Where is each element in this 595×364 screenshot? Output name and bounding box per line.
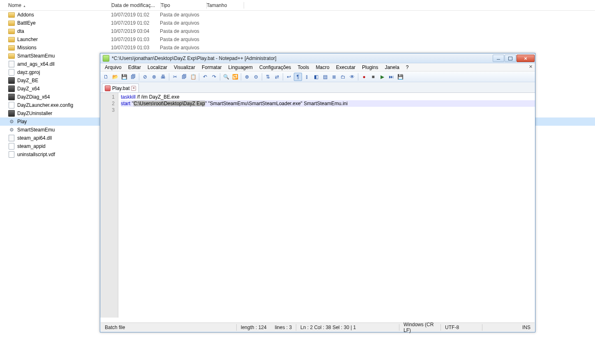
menu-plugins[interactable]: Plugins <box>359 64 381 71</box>
app-icon <box>103 55 109 62</box>
file-row[interactable]: Addons10/07/2019 01:02Pasta de arquivos <box>0 11 595 19</box>
print-button[interactable]: 🖶 <box>159 73 167 81</box>
file-type: Pasta de arquivos <box>160 45 205 51</box>
indent-guide-button[interactable]: ⫿ <box>303 73 311 81</box>
code-area[interactable]: taskkill /f /im DayZ_BE.exe start "C:\Us… <box>118 93 535 318</box>
folder-icon <box>8 28 15 35</box>
close-file-button[interactable]: ⊘ <box>141 73 149 81</box>
file-type: Pasta de arquivos <box>160 37 205 42</box>
document-tabs: Play.bat ✕ <box>100 82 535 93</box>
redo-button[interactable]: ↷ <box>210 73 218 81</box>
title-bar[interactable]: *C:\Users\jonathan\Desktop\DayZ Exp\Play… <box>100 53 535 63</box>
file-row[interactable]: BattlEye10/07/2019 01:02Pasta de arquivo… <box>0 19 595 27</box>
file-row[interactable]: Launcher10/07/2019 01:03Pasta de arquivo… <box>0 35 595 44</box>
close-button[interactable] <box>517 55 535 62</box>
file-date: 10/07/2019 01:02 <box>111 20 160 26</box>
menu-arquivo[interactable]: Arquivo <box>101 64 125 71</box>
toolbar-separator <box>139 73 139 81</box>
show-all-button[interactable]: ¶ <box>294 73 302 81</box>
folder-icon <box>8 36 15 43</box>
minimize-button[interactable] <box>493 55 504 62</box>
file-date: 10/07/2019 01:03 <box>111 37 160 42</box>
file-name: steam_appid <box>17 143 46 149</box>
folder-workspace-button[interactable]: 🗀 <box>339 73 347 81</box>
macro-play-button[interactable]: ▶ <box>378 73 386 81</box>
sort-asc-icon: ▲ <box>23 5 26 7</box>
file-name: DayZLauncher.exe.config <box>17 102 73 108</box>
macro-record-button[interactable]: ● <box>360 73 368 81</box>
menu-[interactable]: ? <box>403 64 412 71</box>
explorer-column-headers: Nome▲ Data de modificaç... Tipo Tamanho <box>0 0 595 11</box>
close-all-button[interactable]: ⊗ <box>150 73 158 81</box>
undo-button[interactable]: ↶ <box>201 73 209 81</box>
menu-formatar[interactable]: Formatar <box>198 64 225 71</box>
line-gutter: 1 2 3 <box>100 93 118 318</box>
file-name: Addons <box>17 12 34 18</box>
menu-configuraes[interactable]: Configurações <box>256 64 294 71</box>
maximize-button[interactable] <box>505 55 516 62</box>
line-number: 3 <box>100 107 118 113</box>
selection: C:\Users\root\Desktop\DayZ Exp <box>134 101 205 106</box>
macro-stop-button[interactable]: ■ <box>369 73 377 81</box>
new-file-button[interactable]: 🗋 <box>102 73 110 81</box>
menu-executar[interactable]: Executar <box>333 64 359 71</box>
folder-icon <box>8 53 15 59</box>
func-list-button[interactable]: ≣ <box>330 73 338 81</box>
file-name: BattlEye <box>17 20 36 26</box>
toolbar-separator <box>220 73 220 81</box>
dll-icon <box>8 61 15 67</box>
status-length: length : 124 <box>237 325 271 330</box>
file-name: SmartSteamEmu <box>17 53 55 59</box>
exe-icon <box>8 94 15 100</box>
save-button[interactable]: 💾 <box>120 73 128 81</box>
code-line[interactable]: taskkill /f /im DayZ_BE.exe <box>121 94 535 100</box>
code-line[interactable] <box>121 107 535 113</box>
tab-close-icon[interactable]: ✕ <box>131 86 136 91</box>
status-bar: Batch file length : 124 lines : 3 Ln : 2… <box>101 323 535 332</box>
status-eol: Windows (CR LF) <box>399 322 440 333</box>
file-row[interactable]: dta10/07/2019 03:04Pasta de arquivos <box>0 27 595 35</box>
paste-button[interactable]: 📋 <box>189 73 197 81</box>
menu-localizar[interactable]: Localizar <box>144 64 171 71</box>
column-header-size[interactable]: Tamanho <box>207 2 244 8</box>
column-header-date[interactable]: Data de modificaç... <box>111 2 160 8</box>
status-lines: lines : 3 <box>271 325 296 330</box>
zoom-in-button[interactable]: ⊕ <box>243 73 251 81</box>
user-lang-button[interactable]: ◧ <box>312 73 320 81</box>
menu-macro[interactable]: Macro <box>312 64 332 71</box>
menu-linguagem[interactable]: Linguagem <box>225 64 256 71</box>
sync-h-button[interactable]: ⇄ <box>273 73 281 81</box>
sync-v-button[interactable]: ⇅ <box>264 73 272 81</box>
save-all-button[interactable]: 🗐 <box>129 73 137 81</box>
monitoring-button[interactable]: 👁 <box>348 73 356 81</box>
find-button[interactable]: 🔍 <box>222 73 230 81</box>
doc-map-button[interactable]: ▤ <box>321 73 329 81</box>
replace-button[interactable]: 🔁 <box>231 73 239 81</box>
menu-editar[interactable]: Editar <box>125 64 144 71</box>
macro-multi-button[interactable]: ⏭ <box>387 73 395 81</box>
column-divider[interactable] <box>244 2 244 9</box>
menu-janela[interactable]: Janela <box>381 64 402 71</box>
file-name: Missions <box>17 45 37 51</box>
menu-tools[interactable]: Tools <box>294 64 312 71</box>
file-name: DayZ_BE <box>17 78 38 83</box>
menu-close-icon[interactable]: ✕ <box>529 64 533 69</box>
zoom-out-button[interactable]: ⊖ <box>252 73 260 81</box>
menu-visualizar[interactable]: Visualizar <box>171 64 198 71</box>
code-line[interactable]: start "C:\Users\root\Desktop\DayZ Exp" "… <box>121 100 535 107</box>
toolbar-separator <box>262 73 262 81</box>
column-header-name[interactable]: Nome▲ <box>0 2 111 8</box>
copy-button[interactable]: 🗐 <box>180 73 188 81</box>
file-row[interactable]: Missions10/07/2019 01:03Pasta de arquivo… <box>0 44 595 52</box>
wordwrap-button[interactable]: ↩ <box>285 73 293 81</box>
cut-button[interactable]: ✂ <box>171 73 179 81</box>
gear-icon <box>8 127 15 133</box>
status-language: Batch file <box>101 325 236 330</box>
column-header-type[interactable]: Tipo <box>161 2 206 8</box>
open-file-button[interactable]: 📂 <box>111 73 119 81</box>
file-date: 10/07/2019 01:02 <box>111 12 160 18</box>
macro-save-button[interactable]: 💾 <box>396 73 404 81</box>
toolbar-separator <box>169 73 169 81</box>
folder-icon <box>8 44 15 51</box>
tab-play-bat[interactable]: Play.bat ✕ <box>102 83 139 92</box>
